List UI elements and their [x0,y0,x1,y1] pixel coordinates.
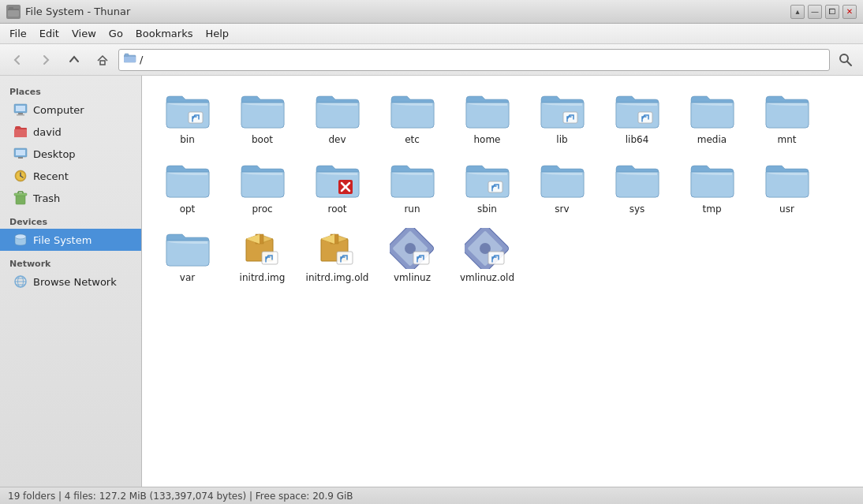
file-item[interactable]: usr [749,153,824,222]
window-maximize-btn[interactable]: ⧠ [825,5,839,19]
svg-rect-10 [16,106,25,111]
file-icon-bin [164,90,211,131]
file-item[interactable]: boot [225,84,300,153]
sidebar-item-browse-network[interactable]: Browse Network [0,271,141,293]
back-button[interactable] [5,47,30,73]
menu-view[interactable]: View [65,25,103,42]
file-item[interactable]: vmlinuz [375,222,450,291]
file-item[interactable]: home [450,84,525,153]
toolbar: / [0,44,863,76]
menu-bookmarks[interactable]: Bookmarks [129,25,200,42]
svg-rect-11 [18,113,23,114]
status-text: 19 folders | 4 files: 127.2 MiB (133,397… [8,491,353,502]
statusbar: 19 folders | 4 files: 127.2 MiB (133,397… [0,487,863,504]
file-item[interactable]: etc [375,84,450,153]
file-name-boot: boot [252,134,273,147]
file-icon-vmlinuz [389,228,436,269]
file-icon-boot [239,90,286,131]
window-controls: ▴ — ⧠ ✕ [790,5,857,19]
file-name-vmlinuz: vmlinuz [394,272,431,285]
window-minimize-btn[interactable]: — [808,5,822,19]
window-close-btn[interactable]: ✕ [842,5,857,19]
file-name-media: media [697,134,727,147]
sidebar-item-trash[interactable]: Trash [0,187,141,209]
file-name-sbin: sbin [477,203,497,216]
sidebar-item-label-recent: Recent [33,170,69,182]
file-name-lib64: lib64 [626,134,649,147]
svg-rect-1 [8,10,19,17]
window-title: File System - Thunar [25,6,130,17]
file-item[interactable]: lib64 [600,84,674,153]
file-icon-srv [539,159,586,200]
file-item[interactable]: tmp [674,153,749,222]
file-icon-lib64 [614,90,661,131]
file-name-initrd.img.old: initrd.img.old [306,272,369,285]
file-item[interactable]: media [674,84,749,153]
file-item[interactable]: initrd.img [225,222,300,291]
file-item[interactable]: run [375,153,450,222]
file-icon-usr [764,159,811,200]
computer-icon [13,102,28,118]
titlebar: File System - Thunar ▴ — ⧠ ✕ [0,0,863,24]
file-icon-sys [614,159,661,200]
sidebar-item-label-computer: Computer [33,104,84,116]
file-item[interactable]: root [300,153,375,222]
sidebar-item-label-trash: Trash [33,192,60,204]
file-icon-root [314,159,361,200]
file-name-sys: sys [630,203,645,216]
forward-button[interactable] [33,47,58,73]
file-icon-var [164,228,211,269]
file-content: bin boot dev etc home [142,76,863,487]
window-restore-btn[interactable]: ▴ [790,5,805,19]
svg-rect-56 [488,252,504,264]
file-item[interactable]: initrd.img.old [300,222,375,291]
menu-go[interactable]: Go [103,25,129,42]
svg-rect-32 [189,112,203,123]
file-item[interactable]: vmlinuz.old [450,222,525,291]
sidebar-item-desktop[interactable]: Desktop [0,143,141,165]
svg-point-26 [15,234,26,239]
sidebar-item-david[interactable]: david [0,121,141,143]
file-icon-home [464,90,511,131]
sidebar-item-label-david: david [33,126,62,138]
menu-edit[interactable]: Edit [33,25,65,42]
svg-rect-6 [125,54,129,56]
file-name-initrd.img: initrd.img [240,272,286,285]
file-item[interactable]: dev [300,84,375,153]
search-button[interactable] [833,47,858,73]
svg-rect-48 [337,252,353,264]
address-bar[interactable]: / [118,49,830,71]
file-name-opt: opt [180,203,196,216]
file-icon-tmp [689,159,736,200]
sidebar-item-label-browse-network: Browse Network [33,276,117,288]
file-icon-proc [239,159,286,200]
svg-rect-21 [14,193,27,196]
file-name-run: run [404,203,420,216]
file-name-tmp: tmp [702,203,721,216]
menu-file[interactable]: File [3,25,33,42]
desktop-icon [13,146,28,162]
sidebar: Places ComputerdavidDesktopRecentTrash D… [0,76,142,487]
file-name-vmlinuz.old: vmlinuz.old [460,272,514,285]
file-item[interactable]: sys [600,153,674,222]
file-name-bin: bin [180,134,195,147]
menu-help[interactable]: Help [199,25,235,42]
file-item[interactable]: bin [150,84,225,153]
file-item[interactable]: lib [525,84,600,153]
home-button[interactable] [90,47,115,73]
file-item[interactable]: mnt [749,84,824,153]
up-button[interactable] [62,47,87,73]
sidebar-item-filesystem[interactable]: File System [0,229,141,251]
file-item[interactable]: opt [150,153,225,222]
file-icon-initrd.img.old [314,228,361,269]
file-icon-media [689,90,736,131]
file-item[interactable]: srv [525,153,600,222]
file-item[interactable]: sbin [450,153,525,222]
sidebar-item-recent[interactable]: Recent [0,165,141,187]
file-name-var: var [180,272,195,285]
file-item[interactable]: proc [225,153,300,222]
svg-rect-33 [563,112,577,123]
menubar: FileEditViewGoBookmarksHelp [0,24,863,44]
file-item[interactable]: var [150,222,225,291]
sidebar-item-computer[interactable]: Computer [0,99,141,121]
